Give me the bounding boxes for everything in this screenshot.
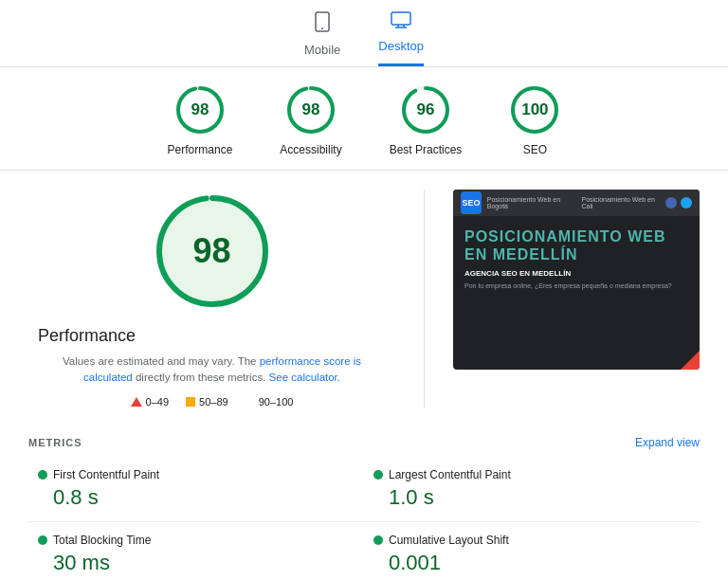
score-circle-seo: 100 bbox=[509, 84, 560, 136]
tab-desktop-label: Desktop bbox=[378, 39, 424, 53]
fail-icon bbox=[131, 397, 142, 407]
score-value-accessibility: 98 bbox=[302, 100, 320, 119]
legend-pass: 90–100 bbox=[246, 396, 294, 408]
score-performance[interactable]: 98 Performance bbox=[168, 84, 233, 156]
score-label-performance: Performance bbox=[168, 143, 233, 156]
score-label-accessibility: Accessibility bbox=[280, 143, 341, 156]
nav-item-2: Posicionamiento Web en Cali bbox=[581, 196, 660, 209]
metric-fcp-header: First Contentful Paint bbox=[38, 468, 355, 481]
metric-tbt: Total Blocking Time 30 ms bbox=[28, 522, 364, 581]
metric-cls-value: 0.001 bbox=[389, 551, 690, 575]
metric-tbt-header: Total Blocking Time bbox=[38, 534, 355, 547]
screenshot-nav: Posicionamiento Web en Bogotá Posicionam… bbox=[487, 196, 660, 209]
metric-cls-name: Cumulative Layout Shift bbox=[389, 534, 509, 547]
metric-lcp-value: 1.0 s bbox=[389, 485, 690, 510]
metrics-header: METRICS Expand view bbox=[28, 436, 700, 449]
score-label-seo: SEO bbox=[523, 143, 547, 156]
social-icons bbox=[665, 197, 692, 208]
calc-link[interactable]: See calculator. bbox=[269, 372, 340, 383]
average-icon bbox=[186, 397, 195, 407]
score-best-practices[interactable]: 96 Best Practices bbox=[390, 84, 463, 156]
metrics-section: METRICS Expand view First Contentful Pai… bbox=[0, 426, 728, 581]
score-value-best-practices: 96 bbox=[417, 100, 435, 119]
desc-text-2: directly from these metrics. bbox=[133, 372, 269, 383]
desktop-icon bbox=[391, 11, 411, 33]
top-tabs: Mobile Desktop bbox=[0, 0, 728, 67]
left-panel: 98 Performance Values are estimated and … bbox=[28, 190, 395, 408]
tab-mobile-label: Mobile bbox=[304, 43, 340, 57]
screenshot-preview: SEO Posicionamiento Web en Bogotá Posici… bbox=[453, 190, 700, 370]
legend-fail-label: 0–49 bbox=[146, 396, 169, 408]
performance-description: Values are estimated and may vary. The p… bbox=[28, 353, 395, 387]
right-panel: SEO Posicionamiento Web en Bogotá Posici… bbox=[453, 190, 700, 408]
metric-tbt-name: Total Blocking Time bbox=[53, 534, 151, 547]
score-value-seo: 100 bbox=[521, 100, 548, 119]
metric-cls-dot bbox=[373, 535, 383, 545]
scores-row: 98 Performance 98 Accessibility 96 Best … bbox=[0, 67, 728, 171]
screenshot-body: POSICIONAMIENTO WEB EN MEDELLÍN AGENCIA … bbox=[453, 216, 700, 301]
screenshot-subtitle: AGENCIA SEO EN MEDELLÍN bbox=[464, 269, 688, 278]
nav-item-1: Posicionamiento Web en Bogotá bbox=[487, 196, 574, 209]
expand-view-button[interactable]: Expand view bbox=[635, 436, 700, 449]
score-label-best-practices: Best Practices bbox=[390, 143, 463, 156]
metrics-grid: First Contentful Paint 0.8 s Largest Con… bbox=[28, 457, 700, 581]
metric-lcp: Largest Contentful Paint 1.0 s bbox=[364, 457, 700, 522]
metric-tbt-value: 30 ms bbox=[53, 551, 355, 575]
screenshot-headline: POSICIONAMIENTO WEB EN MEDELLÍN bbox=[464, 227, 688, 263]
score-seo[interactable]: 100 SEO bbox=[509, 84, 560, 156]
legend: 0–49 50–89 90–100 bbox=[131, 396, 294, 408]
logo-text: SEO bbox=[462, 198, 480, 208]
facebook-icon bbox=[665, 197, 677, 208]
metric-fcp-dot bbox=[38, 470, 47, 480]
metric-cls: Cumulative Layout Shift 0.001 bbox=[364, 522, 700, 581]
metric-fcp-value: 0.8 s bbox=[53, 485, 355, 510]
pass-icon bbox=[246, 397, 255, 407]
legend-fail: 0–49 bbox=[131, 396, 169, 408]
desc-text-1: Values are estimated and may vary. The bbox=[63, 355, 260, 367]
score-circle-accessibility: 98 bbox=[285, 84, 337, 136]
legend-average: 50–89 bbox=[186, 396, 228, 408]
big-score-circle: 98 bbox=[151, 190, 274, 313]
score-circle-performance: 98 bbox=[174, 84, 226, 136]
screenshot-corner bbox=[681, 351, 700, 370]
metric-cls-header: Cumulative Layout Shift bbox=[373, 534, 690, 547]
metric-fcp: First Contentful Paint 0.8 s bbox=[28, 457, 364, 522]
red-corner-icon bbox=[681, 351, 700, 370]
screenshot-topbar: SEO Posicionamiento Web en Bogotá Posici… bbox=[453, 190, 700, 216]
score-value-performance: 98 bbox=[191, 100, 209, 119]
twitter-icon bbox=[681, 197, 692, 208]
tab-desktop[interactable]: Desktop bbox=[378, 11, 424, 66]
metric-fcp-name: First Contentful Paint bbox=[53, 468, 159, 481]
panel-divider bbox=[424, 190, 425, 408]
performance-title: Performance bbox=[38, 326, 136, 346]
svg-rect-2 bbox=[391, 12, 410, 25]
metrics-title: METRICS bbox=[28, 437, 82, 448]
svg-point-1 bbox=[321, 27, 323, 29]
metric-lcp-name: Largest Contentful Paint bbox=[389, 468, 511, 481]
legend-average-label: 50–89 bbox=[199, 396, 228, 408]
score-accessibility[interactable]: 98 Accessibility bbox=[280, 84, 341, 156]
score-circle-best-practices: 96 bbox=[400, 84, 451, 136]
tab-mobile[interactable]: Mobile bbox=[304, 11, 340, 66]
screenshot-body-text: Pon tu empresa online, ¿Eres empresa peq… bbox=[464, 281, 688, 290]
metric-lcp-dot bbox=[373, 470, 383, 480]
metric-tbt-dot bbox=[38, 535, 47, 545]
metric-lcp-header: Largest Contentful Paint bbox=[373, 468, 690, 481]
legend-pass-label: 90–100 bbox=[259, 396, 294, 408]
main-content: 98 Performance Values are estimated and … bbox=[0, 171, 728, 426]
big-score-number: 98 bbox=[192, 231, 230, 271]
mobile-icon bbox=[313, 11, 332, 37]
site-logo: SEO bbox=[461, 191, 482, 214]
